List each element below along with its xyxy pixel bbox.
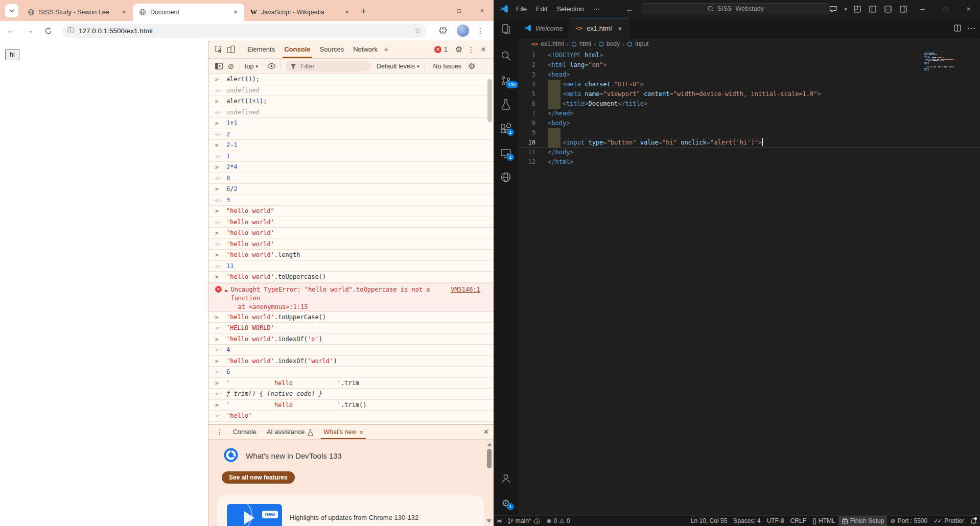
error-count-badge[interactable]: × 1: [434, 46, 448, 53]
eye-icon[interactable]: [266, 60, 278, 73]
drawer-close-icon[interactable]: ×: [484, 427, 488, 437]
console-sidebar-icon[interactable]: [213, 60, 225, 73]
notifications-bell-icon[interactable]: [967, 516, 980, 526]
see-all-features-button[interactable]: See all new features: [222, 471, 295, 484]
drawer-tab-whats-new[interactable]: What's new ×: [318, 425, 368, 439]
scroll-up-icon[interactable]: [487, 443, 492, 446]
devtools-close-icon[interactable]: ×: [477, 43, 489, 56]
close-button[interactable]: ×: [957, 0, 980, 18]
tab-close-icon[interactable]: ×: [120, 8, 129, 17]
source-location-link[interactable]: VM5146:1: [451, 285, 480, 294]
more-tabs-icon[interactable]: »: [382, 45, 390, 53]
language-mode-item[interactable]: {} HTML: [809, 516, 838, 526]
account-icon[interactable]: [500, 472, 512, 485]
devtools-kebab-icon[interactable]: ⋮: [465, 43, 477, 56]
page-hi-button[interactable]: hi: [5, 49, 19, 60]
url-bar[interactable]: ⓘ 127.0.0.1:5500/ex1.html ☆: [62, 24, 426, 38]
indentation-item[interactable]: Spaces: 4: [730, 516, 763, 526]
toggle-panel-icon[interactable]: [880, 0, 896, 18]
remote-indicator[interactable]: ><: [494, 516, 504, 526]
live-server-port-item[interactable]: ⊘ Port : 5500: [887, 516, 930, 526]
video-thumbnail[interactable]: new: [227, 504, 282, 526]
browser-tab[interactable]: SISS Study - Sewon Lee ×: [21, 4, 133, 21]
minimize-button[interactable]: ─: [425, 0, 448, 21]
tab-ex1-html[interactable]: <> ex1.html ×: [570, 18, 629, 38]
live-server-globe-icon[interactable]: [500, 171, 512, 183]
breadcrumb-body[interactable]: body: [606, 40, 620, 47]
reload-button[interactable]: [41, 23, 55, 38]
console-prompt[interactable]: >: [208, 422, 494, 425]
editor-more-kebab-icon[interactable]: ⋯: [967, 23, 976, 33]
extensions-puzzle-icon[interactable]: [435, 23, 450, 38]
inspect-element-icon[interactable]: [213, 43, 225, 56]
git-branch-item[interactable]: main*: [504, 516, 544, 526]
nav-back-icon[interactable]: ←: [626, 5, 634, 13]
copilot-icon[interactable]: [826, 0, 842, 18]
drawer-tab-console[interactable]: Console: [228, 425, 262, 439]
tab-welcome[interactable]: Welcome: [518, 18, 570, 38]
eol-item[interactable]: CRLF: [787, 516, 809, 526]
devtools-tab-console[interactable]: Console: [279, 40, 315, 58]
finish-setup-item[interactable]: Finish Setup: [838, 516, 888, 526]
prettier-item[interactable]: ✓✓ Prettier: [930, 516, 967, 526]
console-settings-gear-icon[interactable]: ⚙: [465, 60, 478, 73]
browser-tab[interactable]: W JavaScript - Wikipedia ×: [244, 4, 356, 21]
filter-input[interactable]: [299, 62, 358, 70]
customize-layout-icon[interactable]: [850, 0, 865, 18]
expand-triangle-icon[interactable]: ▶: [225, 286, 228, 295]
whats-new-card[interactable]: new Highlights of updates from Chrome 13…: [217, 495, 484, 526]
devtools-settings-gear-icon[interactable]: ⚙: [453, 43, 465, 56]
whats-new-scrollbar[interactable]: [486, 442, 492, 524]
devtools-tab-network[interactable]: Network: [348, 40, 382, 58]
javascript-context-select[interactable]: top▾: [243, 63, 260, 70]
breadcrumb-input[interactable]: input: [635, 40, 648, 47]
forward-button[interactable]: →: [22, 23, 37, 38]
tab-close-icon[interactable]: ×: [231, 8, 240, 17]
menu-edit[interactable]: Edit: [531, 5, 552, 13]
console-filter[interactable]: [286, 61, 370, 71]
url-text[interactable]: 127.0.0.1:5500/ex1.html: [79, 27, 414, 35]
close-button[interactable]: ×: [471, 0, 494, 21]
scroll-down-icon[interactable]: [486, 519, 492, 523]
tab-close-icon[interactable]: ×: [618, 25, 622, 33]
site-info-icon[interactable]: ⓘ: [67, 26, 74, 35]
minimize-button[interactable]: ─: [911, 0, 934, 18]
browser-tab-active[interactable]: Document ×: [133, 4, 244, 21]
drawer-tab-ai-assistance[interactable]: AI assistance: [262, 425, 318, 439]
breadcrumb-file[interactable]: ex1.html: [541, 40, 564, 47]
tab-close-icon[interactable]: ×: [359, 428, 363, 436]
toggle-secondary-sidebar-icon[interactable]: [896, 0, 911, 18]
menu-more[interactable]: ⋯: [589, 5, 604, 13]
breadcrumb-html[interactable]: html: [579, 40, 591, 47]
tab-close-icon[interactable]: ×: [342, 8, 352, 17]
menu-file[interactable]: File: [511, 5, 531, 13]
console-error-row[interactable]: ×▶Uncaught TypeError: "hello world".toUp…: [208, 283, 494, 312]
console-scrollbar[interactable]: [487, 77, 493, 422]
code-editor[interactable]: 1<!DOCTYPE html>2<html lang="en">3<head>…: [518, 50, 980, 516]
test-flask-icon[interactable]: [500, 99, 512, 111]
scrollbar-thumb[interactable]: [487, 79, 492, 122]
new-tab-button[interactable]: +: [361, 6, 366, 17]
log-levels-select[interactable]: Default levels▾: [377, 63, 419, 70]
issues-status[interactable]: No Issues: [433, 63, 462, 70]
device-toolbar-icon[interactable]: [225, 43, 237, 56]
split-editor-icon[interactable]: [954, 25, 961, 32]
maximize-button[interactable]: □: [448, 0, 471, 21]
search-icon[interactable]: [500, 50, 512, 62]
devtools-tab-sources[interactable]: Sources: [315, 40, 349, 58]
cursor-position-item[interactable]: Ln 10, Col 55: [688, 516, 730, 526]
back-button[interactable]: ←: [4, 23, 18, 38]
encoding-item[interactable]: UTF-8: [764, 516, 787, 526]
devtools-tab-elements[interactable]: Elements: [243, 40, 279, 58]
command-search-box[interactable]: SISS_Webstudy: [642, 3, 830, 14]
tab-search-button[interactable]: [5, 4, 18, 17]
bookmark-star-icon[interactable]: ☆: [414, 26, 421, 35]
clear-console-icon[interactable]: ⊘: [225, 60, 237, 73]
browser-menu-kebab-icon[interactable]: ⋮: [473, 23, 487, 38]
drawer-kebab-icon[interactable]: ⋮: [214, 426, 226, 438]
toggle-sidebar-icon[interactable]: [865, 0, 880, 18]
menu-selection[interactable]: Selection: [552, 5, 588, 13]
explorer-icon[interactable]: [500, 23, 512, 35]
problems-item[interactable]: ⊗ 0 ⚠ 0: [544, 516, 573, 526]
chevron-down-icon[interactable]: ▾: [842, 0, 850, 18]
